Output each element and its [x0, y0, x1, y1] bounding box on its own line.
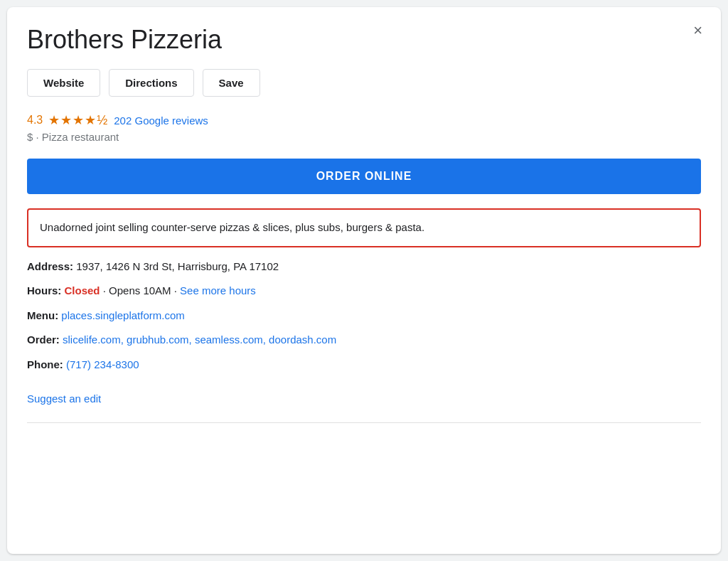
menu-row: Menu: places.singleplatform.com [27, 308, 701, 324]
action-buttons-group: Website Directions Save [27, 69, 701, 97]
order-links[interactable]: slicelife.com, grubhub.com, seamless.com… [63, 333, 336, 346]
business-title: Brothers Pizzeria [27, 24, 701, 55]
phone-row: Phone: (717) 234-8300 [27, 357, 701, 373]
bottom-divider [27, 422, 701, 423]
hours-opens: · Opens 10AM · [103, 284, 180, 296]
suggest-edit-link[interactable]: Suggest an edit [27, 392, 101, 405]
menu-link[interactable]: places.singleplatform.com [61, 309, 184, 321]
website-button[interactable]: Website [27, 69, 100, 97]
rating-row: 4.3 ★★★★½ 202 Google reviews [27, 112, 701, 128]
stars-icon: ★★★★½ [48, 112, 108, 128]
directions-button[interactable]: Directions [109, 69, 193, 97]
address-row: Address: 1937, 1426 N 3rd St, Harrisburg… [27, 259, 701, 275]
rating-number: 4.3 [27, 114, 43, 127]
address-value: 1937, 1426 N 3rd St, Harrisburg, PA 1710… [76, 260, 279, 272]
info-section: Address: 1937, 1426 N 3rd St, Harrisburg… [27, 259, 701, 373]
order-label: Order: [27, 333, 60, 346]
phone-link[interactable]: (717) 234-8300 [66, 358, 139, 370]
menu-label: Menu: [27, 309, 58, 321]
order-online-button[interactable]: ORDER ONLINE [27, 159, 701, 194]
order-row: Order: slicelife.com, grubhub.com, seaml… [27, 332, 701, 348]
description-box: Unadorned joint selling counter-serve pi… [27, 208, 701, 247]
category-label: $ · Pizza restaurant [27, 131, 701, 143]
close-button[interactable]: × [690, 20, 705, 41]
phone-label: Phone: [27, 358, 63, 370]
business-card: × Brothers Pizzeria Website Directions S… [7, 7, 721, 554]
hours-status: Closed [65, 284, 100, 296]
address-label: Address: [27, 260, 73, 272]
hours-row: Hours: Closed · Opens 10AM · See more ho… [27, 283, 701, 299]
hours-label: Hours: [27, 284, 61, 296]
save-button[interactable]: Save [203, 69, 260, 97]
reviews-link[interactable]: 202 Google reviews [114, 114, 208, 127]
see-more-hours-link[interactable]: See more hours [180, 284, 256, 296]
